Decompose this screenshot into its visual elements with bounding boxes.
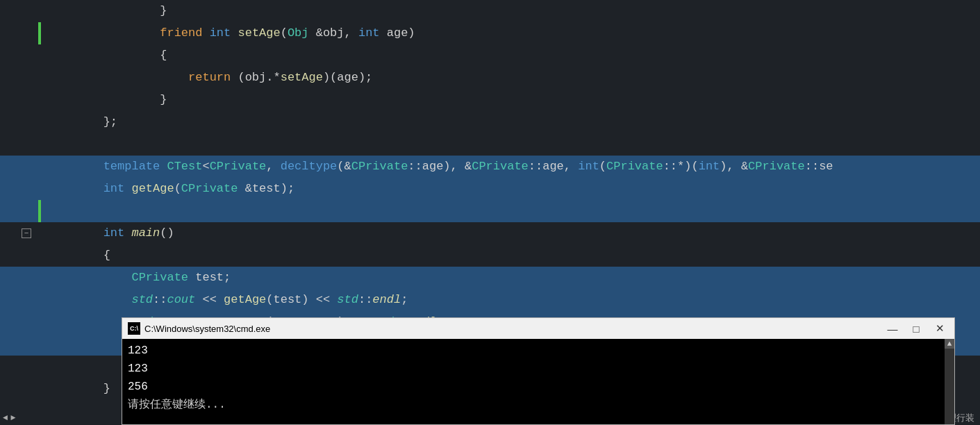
nav-right-arrow[interactable]: ► <box>10 413 15 423</box>
line-gutter-11: − <box>0 228 38 238</box>
nav-left-arrow[interactable]: ◄ <box>3 413 8 423</box>
cmd-titlebar: C:\ C:\Windows\system32\cmd.exe — □ ✕ <box>122 318 954 339</box>
cmd-window: C:\ C:\Windows\system32\cmd.exe — □ ✕ 12… <box>122 317 955 425</box>
cmd-controls: — □ ✕ <box>883 322 949 335</box>
code-line-6: }; <box>0 111 980 133</box>
cmd-icon: C:\ <box>128 322 140 335</box>
fold-icon-11[interactable]: − <box>22 228 31 238</box>
cmd-scrollbar: ▲ <box>945 339 954 424</box>
minimize-button[interactable]: — <box>883 322 902 335</box>
bottom-nav: ◄ ► <box>0 411 18 425</box>
cmd-title-text: C:\Windows\system32\cmd.exe <box>144 324 883 334</box>
code-line-9: int getAge(CPrivate &test); <box>0 178 980 200</box>
cmd-content: 123 123 256 请按任意键继续... <box>122 339 954 424</box>
cmd-output-line-1: 123 <box>128 342 949 360</box>
cmd-output-line-2: 123 <box>128 360 949 378</box>
cmd-output-line-4: 请按任意键继续... <box>128 396 949 414</box>
maximize-button[interactable]: □ <box>907 322 925 335</box>
code-editor: } friend int setAge(Obj &obj, int age) { <box>0 0 980 425</box>
close-button[interactable]: ✕ <box>931 322 949 335</box>
cmd-output-line-3: 256 <box>128 378 949 396</box>
cmd-scroll-up[interactable]: ▲ <box>945 339 954 349</box>
